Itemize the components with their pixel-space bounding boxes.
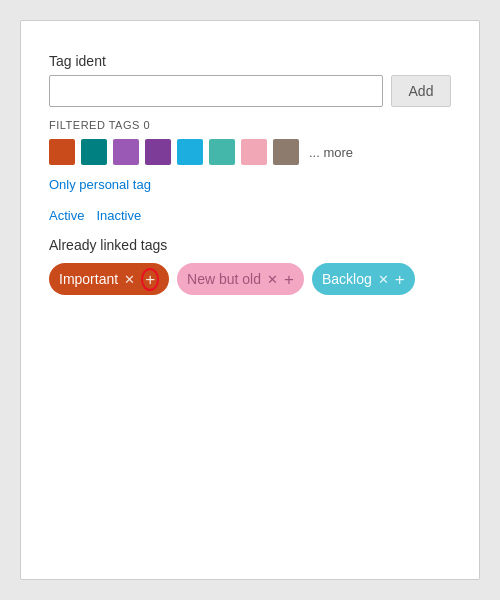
tag-input[interactable] <box>49 75 383 107</box>
more-colors-link[interactable]: ... more <box>309 145 353 160</box>
swatch-pink[interactable] <box>241 139 267 165</box>
important-label: Important <box>59 271 118 287</box>
tag-chip-important: Important ✕ + <box>49 263 169 295</box>
newbutold-label: New but old <box>187 271 261 287</box>
backlog-add-icon[interactable]: + <box>395 271 405 288</box>
color-swatches-row: ... more <box>49 139 451 165</box>
add-button[interactable]: Add <box>391 75 451 107</box>
swatch-cyan-blue[interactable] <box>177 139 203 165</box>
main-card: Tag ident Add FILTERED TAGS 0 ... more O… <box>20 20 480 580</box>
tags-container: Important ✕ + New but old ✕ + Backlog ✕ … <box>49 263 451 295</box>
newbutold-add-icon[interactable]: + <box>284 271 294 288</box>
swatch-mint[interactable] <box>209 139 235 165</box>
backlog-remove-icon[interactable]: ✕ <box>378 273 389 286</box>
swatch-teal[interactable] <box>81 139 107 165</box>
tag-ident-label: Tag ident <box>49 53 451 69</box>
swatch-purple-dark[interactable] <box>145 139 171 165</box>
swatch-brown-gray[interactable] <box>273 139 299 165</box>
active-button[interactable]: Active <box>49 208 84 223</box>
filtered-tags-label: FILTERED TAGS 0 <box>49 119 451 131</box>
only-personal-tag-link[interactable]: Only personal tag <box>49 177 151 192</box>
swatch-orange-red[interactable] <box>49 139 75 165</box>
inactive-button[interactable]: Inactive <box>96 208 141 223</box>
tag-ident-row: Add <box>49 75 451 107</box>
important-remove-icon[interactable]: ✕ <box>124 273 135 286</box>
backlog-label: Backlog <box>322 271 372 287</box>
already-linked-label: Already linked tags <box>49 237 451 253</box>
filter-links: Only personal tag <box>49 177 451 192</box>
swatch-purple-light[interactable] <box>113 139 139 165</box>
newbutold-remove-icon[interactable]: ✕ <box>267 273 278 286</box>
important-add-icon[interactable]: + <box>141 268 159 291</box>
tag-chip-backlog: Backlog ✕ + <box>312 263 415 295</box>
status-row: Active Inactive <box>49 208 451 223</box>
tag-chip-newbutold: New but old ✕ + <box>177 263 304 295</box>
